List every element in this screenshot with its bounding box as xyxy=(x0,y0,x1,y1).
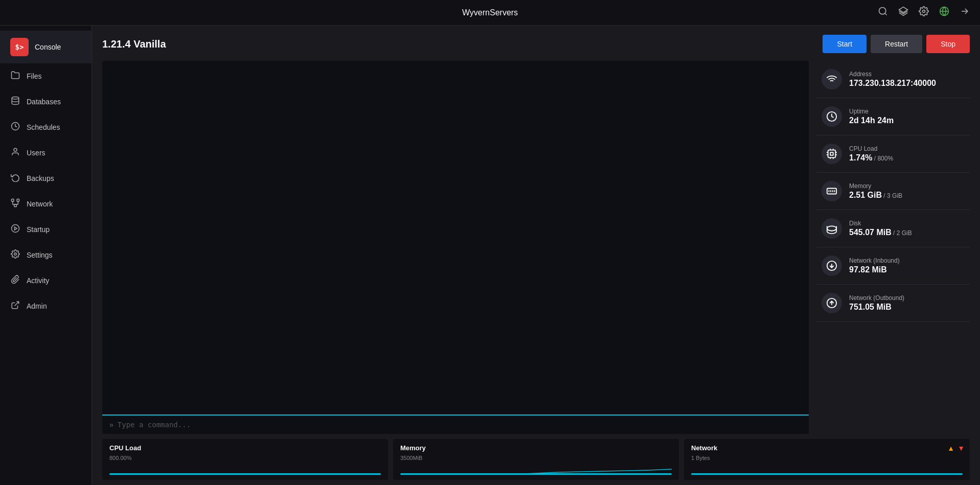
stat-cpu: CPU Load 1.74% / 800% xyxy=(816,135,970,173)
svg-line-1 xyxy=(885,13,887,15)
chart-memory: Memory 3500MiB xyxy=(393,439,679,480)
sidebar-label-schedules: Schedules xyxy=(27,123,60,131)
disk-label: Disk xyxy=(849,220,912,227)
cpu-label: CPU Load xyxy=(849,145,893,152)
network-icon xyxy=(10,198,20,210)
console-prompt-icon: » xyxy=(109,421,113,429)
sidebar-label-startup: Startup xyxy=(27,225,50,234)
globe-icon[interactable] xyxy=(939,6,949,19)
svg-marker-17 xyxy=(15,227,17,230)
sidebar-label-console: Console xyxy=(35,43,61,51)
stat-uptime: Uptime 2d 14h 24m xyxy=(816,98,970,135)
disk-value: 545.07 MiB / 2 GiB xyxy=(849,228,912,237)
stats-panel: Address 173.230.138.217:40000 Uptime 2d … xyxy=(816,61,970,434)
sidebar-label-settings: Settings xyxy=(27,251,53,259)
svg-point-16 xyxy=(12,225,19,233)
sidebar-label-activity: Activity xyxy=(27,276,49,285)
chart-network-icons: ▲ ▼ xyxy=(947,444,965,452)
disk-icon xyxy=(822,218,842,239)
sidebar-item-network[interactable]: Network xyxy=(0,191,92,217)
restart-button[interactable]: Restart xyxy=(871,35,922,53)
network-inbound-label: Network (Inbound) xyxy=(849,257,900,264)
uptime-info: Uptime 2d 14h 24m xyxy=(849,108,894,125)
sidebar-label-admin: Admin xyxy=(27,302,47,310)
files-icon xyxy=(10,71,20,82)
sidebar-item-console[interactable]: $> Console xyxy=(0,31,92,63)
clock-icon xyxy=(822,106,842,127)
chart-network-bars xyxy=(691,464,963,475)
arrow-down-icon: ▼ xyxy=(958,444,965,452)
charts-section: CPU Load 800.00% Memory 3500MiB xyxy=(92,439,980,485)
cpu-value: 1.74% / 800% xyxy=(849,153,893,163)
network-outbound-info: Network (Outbound) 751.05 MiB xyxy=(849,294,904,312)
address-info: Address 173.230.138.217:40000 xyxy=(849,71,936,88)
chart-cpu-title: CPU Load xyxy=(109,444,381,452)
stat-network-outbound: Network (Outbound) 751.05 MiB xyxy=(816,285,970,322)
stop-button[interactable]: Stop xyxy=(926,35,970,53)
uptime-value: 2d 14h 24m xyxy=(849,116,894,125)
chart-network-line xyxy=(691,473,963,475)
network-inbound-info: Network (Inbound) 97.82 MiB xyxy=(849,257,900,274)
gear-icon[interactable] xyxy=(919,6,929,19)
transfer-icon[interactable] xyxy=(960,6,970,19)
stat-network-inbound: Network (Inbound) 97.82 MiB xyxy=(816,247,970,285)
sidebar-label-network: Network xyxy=(27,200,53,208)
network-inbound-value: 97.82 MiB xyxy=(849,265,900,274)
activity-icon xyxy=(10,275,20,286)
arrow-up-icon: ▲ xyxy=(947,444,954,452)
chart-memory-title: Memory xyxy=(400,444,672,452)
chart-network-title: Network xyxy=(691,444,963,452)
download-icon xyxy=(822,256,842,276)
content-area: 1.21.4 Vanilla Start Restart Stop » xyxy=(92,26,980,485)
svg-point-18 xyxy=(14,253,17,256)
sidebar-item-schedules[interactable]: Schedules xyxy=(0,114,92,140)
chart-network: Network 1 Bytes ▲ ▼ xyxy=(684,439,970,480)
sidebar-label-backups: Backups xyxy=(27,174,54,182)
sidebar-item-settings[interactable]: Settings xyxy=(0,242,92,268)
svg-point-8 xyxy=(14,148,17,151)
sidebar-label-files: Files xyxy=(27,72,42,80)
sidebar-item-databases[interactable]: Databases xyxy=(0,89,92,114)
address-label: Address xyxy=(849,71,936,78)
sidebar-item-activity[interactable]: Activity xyxy=(0,268,92,293)
nav-icons xyxy=(878,6,970,19)
upload-icon xyxy=(822,293,842,313)
middle-section: » Address 173.230.138.217:40000 xyxy=(92,61,980,439)
disk-info: Disk 545.07 MiB / 2 GiB xyxy=(849,220,912,237)
console-icon: $> xyxy=(10,38,29,56)
sidebar-label-databases: Databases xyxy=(27,98,61,106)
main-layout: $> Console Files Databases Schedules xyxy=(0,26,980,485)
cpu-icon xyxy=(822,144,842,164)
backups-icon xyxy=(10,173,20,184)
start-button[interactable]: Start xyxy=(823,35,867,53)
settings-icon xyxy=(10,249,20,261)
sidebar-item-startup[interactable]: Startup xyxy=(0,217,92,242)
page-title: 1.21.4 Vanilla xyxy=(102,38,166,50)
sidebar-item-backups[interactable]: Backups xyxy=(0,166,92,191)
network-outbound-label: Network (Outbound) xyxy=(849,294,904,302)
search-icon[interactable] xyxy=(878,6,888,19)
svg-point-3 xyxy=(923,10,925,13)
databases-icon xyxy=(10,96,20,107)
chart-cpu: CPU Load 800.00% xyxy=(102,439,388,480)
console-input[interactable] xyxy=(118,421,802,429)
stat-disk: Disk 545.07 MiB / 2 GiB xyxy=(816,210,970,247)
chart-cpu-bars xyxy=(109,464,381,475)
chart-memory-bars xyxy=(400,464,672,475)
stat-memory: Memory 2.51 GiB / 3 GiB xyxy=(816,173,970,210)
app-title: WyvernServers xyxy=(462,8,518,17)
sidebar: $> Console Files Databases Schedules xyxy=(0,26,92,485)
layers-icon[interactable] xyxy=(898,6,908,19)
sidebar-item-files[interactable]: Files xyxy=(0,63,92,89)
sidebar-item-admin[interactable]: Admin xyxy=(0,293,92,319)
stat-address: Address 173.230.138.217:40000 xyxy=(816,61,970,98)
svg-rect-9 xyxy=(12,199,14,202)
console-input-row: » xyxy=(102,414,809,434)
memory-info: Memory 2.51 GiB / 3 GiB xyxy=(849,182,902,200)
users-icon xyxy=(10,147,20,158)
wifi-icon xyxy=(822,69,842,89)
sidebar-item-users[interactable]: Users xyxy=(0,140,92,166)
schedules-icon xyxy=(10,122,20,133)
svg-rect-22 xyxy=(828,150,836,158)
address-value: 173.230.138.217:40000 xyxy=(849,79,936,88)
